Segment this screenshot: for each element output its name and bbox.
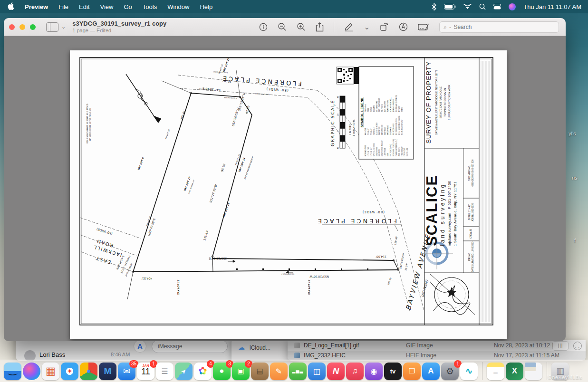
desktop-file-label[interactable]: f bbox=[574, 238, 576, 243]
menu-edit[interactable]: Edit bbox=[74, 3, 95, 10]
dock-pages-icon[interactable] bbox=[270, 363, 288, 380]
siri-icon[interactable] bbox=[509, 3, 516, 10]
imessage-input[interactable] bbox=[152, 340, 228, 353]
file-thumbnail-icon bbox=[294, 353, 300, 358]
dr-cell: DR.:MC bbox=[468, 242, 471, 272]
dock-music-icon[interactable] bbox=[346, 363, 364, 380]
dock-chrome-icon[interactable] bbox=[80, 363, 97, 380]
search-scope-chevron: ⌄ bbox=[449, 25, 452, 29]
zoom-in-button[interactable] bbox=[297, 22, 306, 31]
dim: 135.43' bbox=[202, 229, 209, 241]
zoom-out-button[interactable] bbox=[278, 22, 287, 31]
menu-file[interactable]: File bbox=[53, 3, 74, 10]
markup-dropdown-chevron[interactable]: ⌄ bbox=[364, 23, 370, 31]
close-button[interactable] bbox=[9, 24, 15, 30]
dock-tv-icon[interactable] bbox=[384, 363, 402, 380]
dock-separator bbox=[547, 362, 547, 380]
dock-pictures-icon[interactable] bbox=[525, 363, 542, 380]
finder-view-options-button[interactable]: ||| bbox=[552, 341, 569, 351]
dock-keynote-icon[interactable] bbox=[308, 363, 326, 380]
bluetooth-icon[interactable] bbox=[432, 3, 436, 10]
menu-view[interactable]: View bbox=[95, 3, 119, 10]
search-icon: ⌕ bbox=[443, 24, 447, 30]
dock-freeform-icon[interactable] bbox=[460, 363, 478, 380]
minimize-button[interactable] bbox=[19, 24, 25, 30]
dock-podcasts-icon[interactable] bbox=[365, 363, 383, 380]
dock-notes-icon[interactable] bbox=[487, 363, 504, 380]
spotlight-search-icon[interactable] bbox=[479, 3, 486, 10]
finder-file-row[interactable]: IMG_2332.HEIC HEIF Image Nov 17, 2023 at… bbox=[288, 351, 586, 360]
firm-tagline: land surveying bbox=[439, 148, 446, 246]
scale-feet-label: ( IN FEET ) bbox=[348, 123, 351, 135]
menu-clock[interactable]: Thu Jan 11 11:07 AM bbox=[523, 3, 581, 10]
text-annotation-button[interactable] bbox=[418, 23, 429, 31]
markup-pencil-button[interactable] bbox=[344, 22, 354, 31]
search-input[interactable] bbox=[453, 24, 539, 30]
qr-scan-me-label: SCAN ME bbox=[356, 71, 358, 83]
dock-settings-icon[interactable]: 1 bbox=[441, 363, 459, 380]
title-bar[interactable]: ⌄ s3YDCG_30191_survey_r1 copy 1 page — E… bbox=[4, 18, 566, 36]
desktop-file-label[interactable]: ns bbox=[572, 175, 578, 181]
graphic-scale-bar bbox=[340, 96, 345, 148]
dock-finder-icon[interactable] bbox=[4, 363, 21, 380]
dock-excel-icon[interactable] bbox=[506, 363, 523, 380]
menu-window[interactable]: Window bbox=[162, 3, 194, 10]
control-center-icon[interactable] bbox=[493, 4, 501, 10]
icloud-label: iCloud... bbox=[250, 344, 270, 351]
dim: 12.07' bbox=[404, 263, 408, 271]
scale-tick: 20 bbox=[337, 113, 339, 116]
battery-icon[interactable] bbox=[444, 4, 456, 10]
menu-preview[interactable]: Preview bbox=[19, 3, 53, 10]
menu-help[interactable]: Help bbox=[194, 3, 218, 10]
legend-column-1: MONUMENT FND I.P. / I.B. FND I.P. / I.B.… bbox=[365, 139, 409, 156]
preview-window: ⌄ s3YDCG_30191_survey_r1 copy 1 page — E… bbox=[4, 18, 566, 341]
search-field[interactable]: ⌕⌄ bbox=[439, 21, 559, 33]
menu-go[interactable]: Go bbox=[118, 3, 137, 10]
north-arrow bbox=[126, 74, 161, 123]
dock-photos-icon[interactable]: 4 bbox=[194, 363, 212, 380]
window-title: s3YDCG_30191_survey_r1 copy bbox=[72, 20, 166, 28]
dock-contacts-icon[interactable] bbox=[251, 363, 269, 380]
share-button[interactable] bbox=[316, 22, 324, 32]
rotate-button[interactable] bbox=[380, 22, 389, 31]
legend-column-3: TEST HOLE TREE SHRUB BOLLARD WETLAND FLA… bbox=[365, 95, 409, 112]
file-name: IMG_2332.HEIC bbox=[304, 352, 406, 359]
finder-file-row[interactable]: DE_Logo_Email[1].gif GIF Image Nov 28, 2… bbox=[288, 341, 586, 350]
dock-appstore-icon[interactable] bbox=[422, 363, 440, 380]
dock-safari-icon[interactable] bbox=[61, 363, 78, 380]
lot-label: FM LOT 30 bbox=[164, 129, 170, 139]
street-florence-upper: FLORENCE PLACE bbox=[221, 75, 302, 87]
date-cell: DATE SURVEYED: 12/06/2023 bbox=[471, 242, 474, 272]
dock-siri-icon[interactable] bbox=[23, 363, 40, 380]
toolbar-divider bbox=[334, 22, 334, 32]
dock-malwarebytes-icon[interactable] bbox=[99, 363, 116, 380]
dock-separator bbox=[482, 362, 482, 380]
job-cell: JOB No. S23-5130 bbox=[471, 199, 474, 226]
dock-news-icon[interactable] bbox=[327, 363, 345, 380]
dim: S52°27'30"W bbox=[209, 184, 217, 203]
menu-bar: Preview File Edit View Go Tools Window H… bbox=[0, 0, 588, 13]
info-button[interactable] bbox=[259, 23, 268, 31]
conversation-time: 8:46 AM bbox=[111, 352, 130, 357]
zoom-window-button[interactable] bbox=[30, 24, 36, 30]
imessage-apps-icon[interactable]: A bbox=[134, 340, 146, 353]
emoji-smiley-icon[interactable] bbox=[573, 342, 582, 350]
sidebar-toggle-button[interactable] bbox=[46, 22, 58, 32]
dock-numbers-icon[interactable] bbox=[289, 363, 307, 380]
dock-maps-icon[interactable] bbox=[175, 363, 193, 380]
menu-tools[interactable]: Tools bbox=[137, 3, 162, 10]
wifi-icon[interactable] bbox=[463, 4, 472, 10]
desktop-file-label[interactable]: yl's bbox=[569, 131, 576, 136]
dim: 95.90' bbox=[220, 162, 226, 172]
dock-books-icon[interactable] bbox=[403, 363, 421, 380]
dock-launchpad-icon[interactable] bbox=[42, 363, 59, 380]
apple-menu-icon[interactable] bbox=[0, 2, 19, 11]
dock-mail-icon[interactable]: 35 bbox=[118, 363, 135, 380]
dock-messages-icon[interactable]: 3 bbox=[213, 363, 231, 380]
graphic-scale-title: GRAPHIC SCALE bbox=[330, 100, 335, 146]
dock-calendar-icon[interactable]: JAN 11 1 bbox=[137, 363, 154, 380]
finder-window-fragment: DE_Logo_Email[1].gif GIF Image Nov 28, 2… bbox=[288, 340, 586, 361]
sidebar-chevron-icon[interactable]: ⌄ bbox=[61, 24, 66, 30]
dock-facetime-icon[interactable]: 2 bbox=[232, 363, 250, 380]
annotate-pen-button[interactable] bbox=[399, 22, 408, 31]
